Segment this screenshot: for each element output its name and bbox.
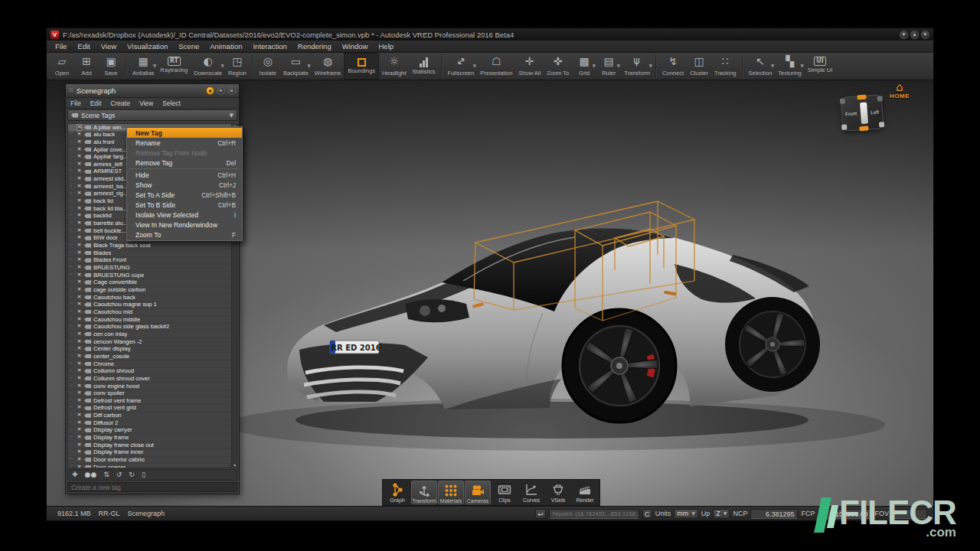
visibility-x-icon[interactable]: ✕	[77, 345, 82, 353]
expand-icon[interactable]: ·	[70, 175, 74, 183]
visibility-x-icon[interactable]: ✕	[77, 249, 82, 257]
cube-corner-bottom[interactable]	[859, 126, 868, 131]
scene-tags-dropdown[interactable]: Scene Tags ▼	[67, 109, 237, 121]
toolbar-button-tracking[interactable]: ∷Tracking	[711, 53, 739, 80]
toolbar-button-headlight[interactable]: ☼Headlight	[379, 53, 410, 80]
expand-icon[interactable]: ·	[70, 161, 74, 168]
expand-icon[interactable]: ·	[70, 256, 74, 264]
expand-icon[interactable]: ·	[70, 301, 74, 308]
expand-icon[interactable]: ·	[70, 323, 74, 331]
visibility-x-icon[interactable]: ✕	[77, 367, 82, 375]
expand-icon[interactable]: ·	[70, 404, 74, 412]
chevron-down-icon[interactable]: ▼	[307, 63, 311, 68]
up-axis-select[interactable]: Z ▼	[713, 509, 730, 519]
expand-icon[interactable]: ·	[70, 264, 74, 272]
expand-icon[interactable]: ·	[70, 139, 74, 146]
tree-row[interactable]: ·✕Door opener	[68, 464, 237, 468]
menu-edit[interactable]: Edit	[72, 42, 95, 51]
expand-icon[interactable]: ·	[70, 234, 74, 242]
toolbar-button-add[interactable]: ⊞Add	[74, 53, 99, 80]
expand-icon[interactable]: ·	[70, 190, 74, 197]
visibility-x-icon[interactable]: ✕	[77, 197, 82, 205]
close-icon[interactable]: ×	[227, 86, 236, 95]
expand-icon[interactable]: ·	[70, 242, 74, 249]
visibility-x-icon[interactable]: ✕	[77, 464, 82, 468]
context-menu-item-rename[interactable]: RenameCtrl+R	[127, 138, 242, 148]
toolbar-button-ruler[interactable]: ▤Ruler▼	[596, 53, 621, 80]
chevron-down-icon[interactable]: ▼	[153, 63, 157, 68]
visibility-x-icon[interactable]: ✕	[77, 256, 82, 264]
expand-icon[interactable]: ·	[70, 426, 74, 434]
toolbar-button-open[interactable]: ▱Open	[50, 53, 74, 80]
visibility-x-icon[interactable]: ✕	[77, 294, 82, 302]
expand-icon[interactable]: ·	[70, 308, 74, 316]
expand-icon[interactable]: ·	[70, 212, 74, 220]
visibility-x-icon[interactable]: ✕	[77, 375, 82, 383]
toolbar-button-simple-ui[interactable]: UISimple UI	[805, 53, 836, 80]
expand-icon[interactable]: ·	[70, 183, 74, 191]
expand-icon[interactable]: ·	[70, 464, 74, 468]
toolbar-button-fullscreen[interactable]: ↕Fullscreen▼	[445, 53, 478, 80]
scenegraph-menu-file[interactable]: File	[66, 99, 86, 107]
ncp-field[interactable]: 6.381295	[750, 509, 798, 519]
visibility-x-icon[interactable]: ✕	[77, 272, 82, 279]
toolbar-button-texturing[interactable]: ▚Texturing▼	[775, 53, 804, 80]
home-widget[interactable]: ⌂ HOME	[884, 82, 915, 99]
menu-rendering[interactable]: Rendering	[292, 42, 337, 51]
expand-icon[interactable]: ·	[70, 345, 74, 353]
home-icon[interactable]: ⌂	[884, 82, 915, 93]
expand-icon[interactable]: ·	[70, 220, 74, 227]
visibility-x-icon[interactable]: ✕	[77, 242, 82, 249]
toolbar-button-connect[interactable]: ↯Connect	[659, 53, 687, 80]
expand-icon[interactable]: ·	[70, 124, 74, 132]
visibility-x-icon[interactable]: ✕	[77, 360, 82, 368]
panel-grip-icon[interactable]: ⠿	[69, 87, 74, 94]
visibility-x-icon[interactable]: ✕	[77, 412, 82, 419]
visibility-x-icon[interactable]: ✕	[77, 264, 82, 272]
title-bar[interactable]: V F:/as/rexadsk/Dropbox (Autodesk)/_ID C…	[47, 28, 933, 41]
visibility-x-icon[interactable]: ✕	[77, 175, 82, 183]
toolbar-button-region[interactable]: ◳Region	[225, 53, 250, 80]
menu-help[interactable]: Help	[373, 42, 399, 51]
visibility-x-icon[interactable]: ✕	[77, 353, 82, 360]
toolbar-button-statistics[interactable]: Statistics	[410, 53, 439, 80]
expand-icon[interactable]: ·	[70, 375, 74, 383]
expand-icon[interactable]: ·	[70, 390, 74, 397]
add-tag-icon[interactable]: ✚	[72, 470, 78, 480]
expand-icon[interactable]: ·	[70, 397, 74, 405]
context-menu-item-hide[interactable]: HideCtrl+H	[127, 170, 242, 180]
visibility-x-icon[interactable]: ✕	[77, 390, 82, 397]
chevron-down-icon[interactable]: ▼	[220, 63, 224, 68]
visibility-x-icon[interactable]: ✕	[77, 331, 82, 338]
visibility-x-icon[interactable]: ✕	[77, 286, 82, 294]
dock-button-cameras[interactable]: Cameras	[465, 481, 491, 504]
visibility-x-icon[interactable]: ✕	[77, 397, 82, 405]
expand-icon[interactable]: ·	[70, 331, 74, 338]
visibility-x-icon[interactable]: ✕	[77, 153, 82, 161]
chevron-down-icon[interactable]: ▼	[800, 63, 804, 68]
visibility-x-icon[interactable]: ✕	[77, 190, 82, 197]
toolbar-button-isolate[interactable]: ◎Isolate	[256, 53, 280, 80]
toolbar-button-downscale[interactable]: ◐Downscale▼	[191, 53, 225, 80]
scroll-down-icon[interactable]: ▾	[232, 462, 237, 468]
scenegraph-header[interactable]: ⠿ Scenegraph ●+×	[66, 84, 239, 98]
visibility-x-icon[interactable]: ✕	[77, 168, 82, 175]
visibility-x-icon[interactable]: ✕	[77, 323, 82, 331]
expand-icon[interactable]: ·	[70, 272, 74, 279]
cube-corner-bottomright[interactable]	[879, 122, 884, 127]
context-menu-item-view-in-new-renderwindow[interactable]: View In New Renderwindow	[127, 220, 242, 230]
cube-corner-topleft[interactable]	[840, 99, 845, 104]
toolbar-button-raytracing[interactable]: RTRaytracing	[157, 53, 191, 80]
expand-icon[interactable]: ·	[70, 442, 74, 449]
toolbar-button-zoom-to[interactable]: ✜Zoom To	[544, 53, 572, 80]
expand-icon[interactable]: ·	[70, 419, 74, 427]
visibility-x-icon[interactable]: ✕	[77, 308, 82, 316]
units-select[interactable]: mm ▼	[674, 509, 698, 519]
expand-icon[interactable]: ·	[70, 353, 74, 360]
expand-icon[interactable]: ·	[70, 279, 74, 286]
context-menu-item-isolate-view-selected[interactable]: Isolate View SelectedI	[127, 210, 242, 220]
expand-icon[interactable]: ·	[70, 294, 74, 302]
dock-button-curves[interactable]: Curves	[518, 481, 544, 504]
dock-button-transform[interactable]: Transform	[411, 481, 437, 504]
delete-icon[interactable]: ▯	[142, 470, 145, 480]
